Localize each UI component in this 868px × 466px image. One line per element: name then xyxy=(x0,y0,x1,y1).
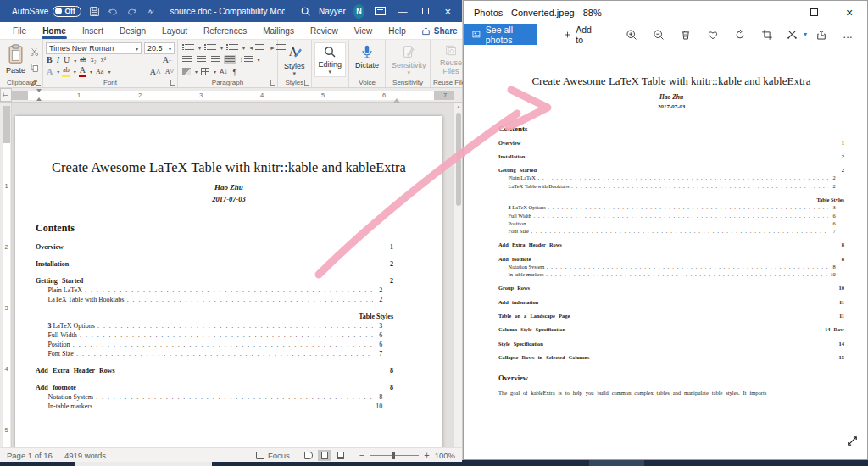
toc-entry-label: Add footnote xyxy=(498,255,531,263)
search-icon[interactable] xyxy=(300,4,311,18)
maximize-button[interactable] xyxy=(418,2,433,20)
web-layout-button[interactable] xyxy=(334,450,348,461)
italic-button[interactable] xyxy=(56,56,60,64)
superscript-button[interactable] xyxy=(100,56,107,64)
borders-button[interactable] xyxy=(199,67,211,76)
redo-icon[interactable] xyxy=(126,4,137,18)
ribbon-tab[interactable]: Review xyxy=(309,24,339,38)
ribbon-tab[interactable]: Layout xyxy=(161,24,188,38)
highlight-color-button[interactable] xyxy=(62,66,70,77)
zoom-in-button[interactable]: + xyxy=(424,450,429,460)
bold-button[interactable] xyxy=(46,56,53,64)
tab-stop-selector[interactable]: ⊢ xyxy=(0,88,12,102)
zoom-out-icon[interactable] xyxy=(646,29,671,41)
favorite-heart-icon[interactable] xyxy=(700,29,726,41)
dictate-button[interactable]: Dictate xyxy=(352,42,382,77)
grow-font-button[interactable] xyxy=(149,68,162,76)
zoom-level[interactable]: 100% xyxy=(435,451,455,460)
ribbon-tab[interactable]: Home xyxy=(42,24,67,38)
change-case-button[interactable] xyxy=(95,68,104,76)
autosave-toggle[interactable]: Off xyxy=(53,6,81,17)
photos-image-view[interactable]: Create Awesome LaTeX Table with knitr::k… xyxy=(464,45,867,459)
add-to-button[interactable]: Add to xyxy=(564,25,595,45)
customize-qat-chevron-icon[interactable]: ˄̷ xyxy=(145,4,156,18)
sort-button[interactable] xyxy=(218,67,229,76)
ribbon-tab[interactable]: Insert xyxy=(81,24,104,38)
autosave-control[interactable]: AutoSave Off xyxy=(12,6,81,17)
scroll-up-icon[interactable]: ▲ xyxy=(454,104,462,109)
avatar[interactable]: N xyxy=(353,4,365,19)
ribbon-tab[interactable]: Design xyxy=(119,24,147,38)
cut-icon[interactable] xyxy=(30,45,39,60)
crop-icon[interactable] xyxy=(754,29,780,41)
ribbon-display-options-button[interactable] xyxy=(372,2,387,20)
show-formatting-button[interactable] xyxy=(231,67,238,77)
edit-create-icon[interactable] xyxy=(780,29,805,40)
ribbon-tab[interactable]: View xyxy=(353,24,374,38)
justify-button[interactable] xyxy=(224,55,236,64)
zoom-in-icon[interactable] xyxy=(619,29,644,41)
align-center-button[interactable] xyxy=(195,55,208,64)
shading-button[interactable] xyxy=(181,67,192,76)
zoom-out-button[interactable]: − xyxy=(359,450,364,460)
focus-mode-button[interactable]: Focus xyxy=(256,451,290,460)
ribbon-tab[interactable]: Mailings xyxy=(262,24,295,38)
expand-icon[interactable] xyxy=(846,435,859,451)
clipboard-dialog-launcher[interactable] xyxy=(36,80,41,86)
ribbon-tab[interactable]: References xyxy=(203,24,248,38)
font-color-button[interactable] xyxy=(79,66,86,77)
photos-close-button[interactable]: × xyxy=(832,1,867,24)
line-spacing-button[interactable]: ↕ xyxy=(238,55,255,64)
indent-marker[interactable] xyxy=(36,89,42,101)
save-icon[interactable] xyxy=(89,4,100,18)
user-name[interactable]: Nayyer xyxy=(319,7,346,16)
vertical-scrollbar[interactable]: ▲ xyxy=(453,103,462,447)
photos-maximize-button[interactable] xyxy=(796,1,832,24)
align-left-button[interactable] xyxy=(181,55,193,64)
numbering-button[interactable] xyxy=(203,43,218,53)
read-mode-button[interactable] xyxy=(302,450,315,461)
strikethrough-button[interactable] xyxy=(79,56,87,64)
bullets-button[interactable] xyxy=(181,43,196,53)
close-button[interactable]: × xyxy=(440,2,455,20)
editing-button[interactable]: Editing ▾ xyxy=(314,42,347,77)
see-all-photos-button[interactable]: See all photos xyxy=(464,24,537,45)
styles-dialog-launcher[interactable] xyxy=(304,80,309,86)
word-count[interactable]: 4919 words xyxy=(64,451,106,460)
paragraph-dialog-launcher[interactable] xyxy=(270,80,275,86)
word-page[interactable]: Create Awesome LaTeX Table with knitr::k… xyxy=(15,116,442,447)
minimize-button[interactable]: — xyxy=(395,2,410,20)
font-size-select[interactable]: 20.5▾ xyxy=(144,42,175,54)
zoom-slider[interactable] xyxy=(370,455,419,456)
print-layout-button[interactable] xyxy=(318,450,331,461)
sensitivity-button[interactable]: Sensitivity ▾ xyxy=(388,42,430,77)
rotate-icon[interactable] xyxy=(727,29,753,41)
font-dialog-launcher[interactable] xyxy=(170,80,175,86)
shrink-font-button[interactable] xyxy=(164,68,175,76)
subscript-button[interactable] xyxy=(90,56,97,64)
ribbon-tab[interactable]: Help xyxy=(387,24,407,38)
share-icon[interactable] xyxy=(809,29,834,41)
undo-icon[interactable] xyxy=(108,4,119,18)
underline-button[interactable] xyxy=(63,56,70,64)
photos-minimize-button[interactable]: — xyxy=(760,1,796,24)
taskbar-app-segment-2[interactable] xyxy=(589,460,644,466)
right-indent-marker[interactable] xyxy=(393,95,400,103)
clear-formatting-button[interactable] xyxy=(162,56,175,64)
zoom-slider-thumb[interactable] xyxy=(392,452,395,459)
decrease-indent-button[interactable]: ◄ xyxy=(247,43,266,53)
share-button[interactable]: Share xyxy=(421,26,458,36)
delete-icon[interactable] xyxy=(673,29,698,41)
edit-create-chevron-icon[interactable]: ▾ xyxy=(804,31,807,38)
paste-button[interactable]: Paste xyxy=(3,42,29,77)
scrollbar-thumb[interactable] xyxy=(456,113,461,206)
text-effects-button[interactable] xyxy=(46,68,53,76)
page-info[interactable]: Page 1 of 16 xyxy=(7,451,53,460)
copy-icon[interactable] xyxy=(30,60,39,75)
font-name-select[interactable]: Times New Roman▾ xyxy=(46,42,142,54)
ribbon-tab[interactable]: File xyxy=(12,24,27,38)
styles-button[interactable]: Styles ▾ xyxy=(281,42,309,77)
multilevel-list-button[interactable] xyxy=(225,43,240,53)
align-right-button[interactable] xyxy=(209,55,222,64)
see-more-button[interactable]: … xyxy=(836,29,860,41)
